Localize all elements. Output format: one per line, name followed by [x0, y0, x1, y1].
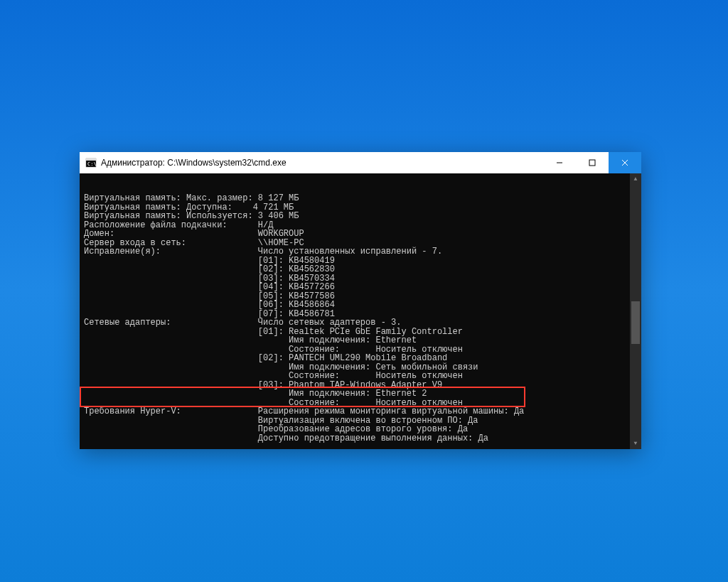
terminal-line: [02]: PANTECH UML290 Mobile Broadband: [84, 354, 640, 363]
terminal-line: [04]: KB4577266: [84, 283, 640, 292]
cmd-window: C:\ Администратор: C:\Windows\system32\c…: [80, 152, 641, 449]
terminal-line: [02]: KB4562830: [84, 265, 640, 274]
terminal-line: Преобразование адресов второго уровня: Д…: [84, 425, 640, 434]
terminal-line: [06]: KB4586864: [84, 301, 640, 310]
minimize-button[interactable]: [543, 152, 576, 173]
maximize-button[interactable]: [576, 152, 609, 173]
terminal-line: Доступно предотвращение выполнения данны…: [84, 434, 640, 443]
window-controls: [543, 152, 641, 173]
terminal-line: [84, 443, 640, 449]
terminal-output[interactable]: Виртуальная память: Макс. размер: 8 127 …: [80, 173, 641, 449]
window-title: Администратор: C:\Windows\system32\cmd.e…: [101, 158, 543, 168]
terminal-line: Домен: WORKGROUP: [84, 230, 640, 239]
terminal-line: Состояние: Носитель отключен: [84, 372, 640, 381]
terminal-line: Виртуальная память: Используется: 3 406 …: [84, 212, 640, 221]
svg-rect-4: [589, 160, 595, 166]
svg-rect-1: [86, 158, 96, 161]
cmd-icon: C:\: [85, 157, 97, 168]
scrollbar-vertical[interactable]: ▲ ▼: [630, 173, 641, 449]
terminal-line: Сетевые адаптеры: Число сетевых адаптеро…: [84, 318, 640, 328]
scroll-down-arrow[interactable]: ▼: [630, 438, 641, 449]
titlebar[interactable]: C:\ Администратор: C:\Windows\system32\c…: [80, 152, 641, 173]
terminal-line: Исправление(я): Число установленных испр…: [84, 247, 640, 257]
terminal-line: Требования Hyper-V: Расширения режима мо…: [84, 407, 640, 416]
terminal-line: Виртуальная память: Макс. размер: 8 127 …: [84, 194, 640, 203]
scrollbar-thumb[interactable]: [631, 301, 640, 344]
svg-text:C:\: C:\: [87, 161, 97, 167]
close-button[interactable]: [609, 152, 641, 173]
terminal-line: Имя подключения: Ethernet: [84, 336, 640, 345]
scroll-up-arrow[interactable]: ▲: [630, 173, 641, 185]
terminal-line: Имя подключения: Ethernet 2: [84, 389, 640, 399]
